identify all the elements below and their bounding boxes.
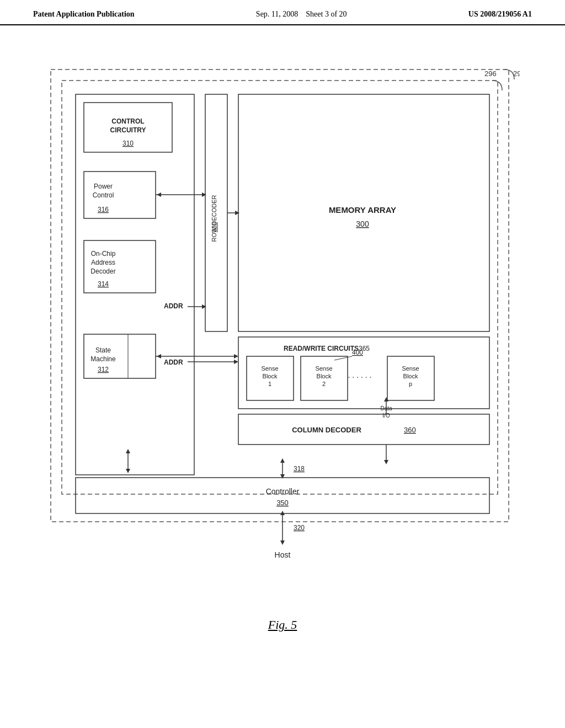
addr1-arrow-right: [202, 304, 206, 309]
power-control-ref: 316: [98, 206, 109, 213]
row-mem-arrow: [235, 211, 239, 215]
svg-text:Block: Block: [317, 373, 332, 379]
down-arrow-318: [280, 474, 285, 479]
addr-label-2: ADDR: [164, 358, 183, 366]
sm-arrow-left: [157, 354, 161, 358]
up-arrow-320: [280, 511, 285, 515]
figure-caption: Fig. 5: [45, 618, 520, 632]
memory-array-ref: 300: [356, 220, 369, 228]
svg-text:1: 1: [268, 381, 271, 387]
sense-block-2-label: Sense: [315, 365, 332, 372]
ref-318-label: 318: [294, 465, 305, 473]
patent-diagram: 298 296 CONTROL CIRCUITRY 310 Power Cont…: [45, 64, 520, 604]
controller-label: Controller: [266, 487, 300, 496]
ref-400: 400: [352, 349, 363, 356]
sense-block-p-label: Sense: [402, 365, 419, 372]
main-content: 298 296 CONTROL CIRCUITRY 310 Power Cont…: [0, 25, 565, 654]
ref-296: 296: [484, 69, 497, 78]
memory-array-label: MEMORY ARRAY: [329, 205, 396, 215]
svg-text:Control: Control: [93, 191, 114, 199]
row-decoder-label: ROW DECODER: [211, 195, 217, 242]
svg-text:Address: Address: [91, 259, 115, 266]
addr-label-1: ADDR: [164, 302, 183, 310]
svg-text:CIRCUITRY: CIRCUITRY: [110, 126, 146, 134]
header-patent-number: US 2008/219056 A1: [468, 10, 532, 19]
left-down-arrow: [126, 469, 130, 473]
sm-arrow-right: [234, 354, 238, 358]
rw-circuits-label: READ/WRITE CIRCUITS: [284, 345, 359, 352]
pc-arrow-right: [202, 192, 206, 197]
state-machine-ref: 312: [98, 366, 109, 373]
column-decoder-label: COLUMN DECODER: [292, 426, 361, 434]
host-label: Host: [275, 550, 291, 559]
dots: · · · · · ·: [348, 372, 372, 381]
row-decoder-ref: 330: [211, 222, 217, 232]
svg-rect-2: [76, 94, 194, 475]
up-arrow-318: [280, 458, 285, 463]
svg-rect-25: [238, 414, 489, 445]
svg-text:Machine: Machine: [90, 355, 116, 363]
svg-text:p: p: [409, 381, 412, 387]
diagram-area: 298 296 CONTROL CIRCUITRY 310 Power Cont…: [45, 64, 520, 632]
svg-line-21: [334, 356, 352, 360]
header-date: Sep. 11, 2008: [256, 10, 298, 18]
svg-rect-7: [84, 240, 156, 293]
on-chip-label: On-Chip: [91, 250, 116, 258]
state-machine-label: State: [95, 346, 111, 354]
left-up-arrow: [126, 449, 130, 453]
column-decoder-ref: 360: [404, 426, 416, 434]
power-control-label: Power: [94, 183, 113, 190]
header-sheet: Sheet 3 of 20: [306, 10, 347, 18]
control-circuitry-label: CONTROL: [111, 117, 144, 125]
svg-text:2: 2: [322, 381, 326, 387]
svg-text:Block: Block: [403, 373, 418, 379]
svg-rect-0: [51, 69, 509, 522]
header-date-sheet: Sep. 11, 2008 Sheet 3 of 20: [256, 10, 347, 19]
svg-text:Decoder: Decoder: [90, 267, 115, 275]
sense-block-1-label: Sense: [261, 365, 278, 372]
controller-ref: 350: [276, 499, 289, 507]
control-circuitry-ref: 310: [122, 140, 134, 147]
pc-arrow-left: [157, 192, 161, 197]
svg-text:Block: Block: [263, 373, 278, 379]
header-publication-type: Patent Application Publication: [33, 10, 135, 19]
page-header: Patent Application Publication Sep. 11, …: [0, 0, 565, 25]
on-chip-ref: 314: [98, 280, 109, 288]
ref-320-label: 320: [294, 524, 305, 532]
down-arrow-col-decoder: [384, 460, 388, 464]
down-arrow-320: [280, 540, 285, 545]
addr2-arrow-right: [234, 360, 238, 364]
data-io-arrow: [384, 397, 388, 402]
